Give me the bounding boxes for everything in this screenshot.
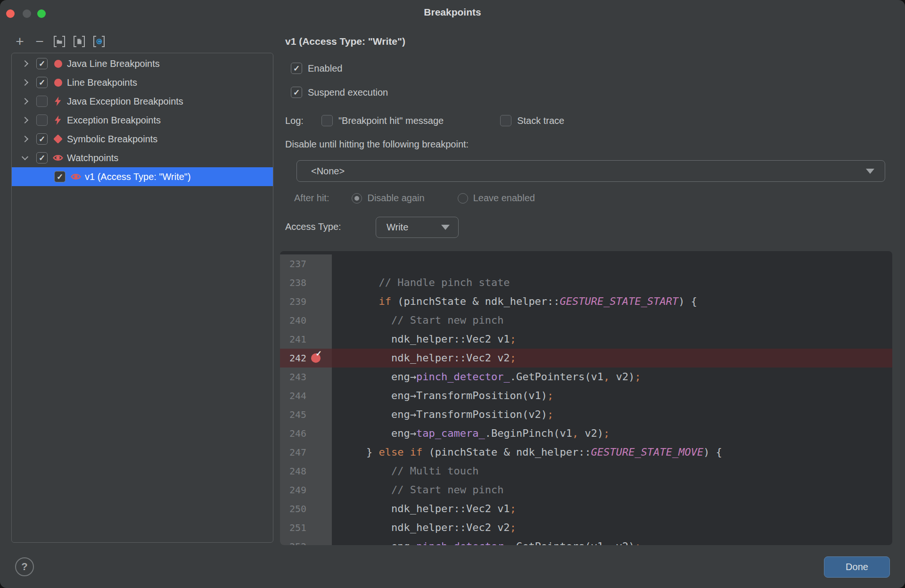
line-number: 247 bbox=[280, 443, 306, 462]
line-number: 238 bbox=[280, 273, 306, 292]
breakpoint-circle-icon bbox=[53, 58, 63, 69]
tree-item-checkbox[interactable] bbox=[36, 77, 48, 88]
tree-item-java-exception-breakpoints[interactable]: Java Exception Breakpoints bbox=[12, 92, 273, 111]
access-type-combobox[interactable]: Write bbox=[376, 217, 459, 238]
breakpoint-hit-message-checkbox[interactable] bbox=[321, 115, 333, 126]
gutter-cell[interactable]: 249 bbox=[280, 481, 332, 499]
after-hit-label: After hit: bbox=[294, 193, 329, 204]
line-number: 244 bbox=[280, 386, 306, 405]
log-row: Log: "Breakpoint hit" message Stack trac… bbox=[285, 115, 564, 126]
log-label: Log: bbox=[285, 115, 304, 126]
disable-until-label: Disable until hitting the following brea… bbox=[285, 139, 469, 150]
gutter-cell[interactable]: 245 bbox=[280, 405, 332, 424]
titlebar: Breakpoints bbox=[0, 0, 905, 26]
enabled-checkbox[interactable] bbox=[291, 63, 302, 74]
line-number: 248 bbox=[280, 462, 306, 481]
tree-item-checkbox[interactable] bbox=[36, 114, 48, 126]
gutter-cell[interactable]: 251 bbox=[280, 518, 332, 537]
gutter-cell[interactable]: 242 bbox=[280, 349, 332, 368]
code-line-250: 250 ndk_helper::Vec2 v1; bbox=[280, 499, 892, 518]
gutter-cell[interactable]: 237 bbox=[280, 254, 332, 273]
chevron-down-icon[interactable] bbox=[19, 156, 31, 159]
stack-trace-checkbox[interactable] bbox=[500, 115, 511, 126]
chevron-down-icon bbox=[441, 225, 450, 230]
verified-watchpoint-icon[interactable] bbox=[311, 353, 321, 363]
group-by-file-button[interactable] bbox=[74, 35, 85, 48]
disable-again-label: Disable again bbox=[367, 193, 424, 204]
suspend-execution-label: Suspend execution bbox=[308, 87, 388, 98]
line-number: 237 bbox=[280, 254, 306, 273]
exception-bolt-icon bbox=[53, 96, 63, 106]
chevron-right-icon[interactable] bbox=[19, 99, 31, 104]
disable-again-radio[interactable] bbox=[352, 193, 362, 204]
tree-item-java-line-breakpoints[interactable]: Java Line Breakpoints bbox=[12, 54, 273, 73]
enabled-row: Enabled bbox=[291, 63, 342, 74]
code-preview-editor[interactable]: 237238 // Handle pinch state239 if (pinc… bbox=[280, 251, 892, 545]
tree-item-checkbox[interactable] bbox=[36, 152, 48, 163]
tree-item-v1-access-type-write[interactable]: v1 (Access Type: "Write") bbox=[12, 167, 273, 186]
tree-item-checkbox[interactable] bbox=[36, 58, 48, 69]
group-by-class-button[interactable] bbox=[93, 35, 105, 48]
access-type-value: Write bbox=[387, 222, 441, 233]
tree-item-checkbox[interactable] bbox=[36, 133, 48, 145]
code-text: eng→pinch_detector_.GetPointers(v1, v2); bbox=[332, 537, 892, 545]
chevron-down-icon bbox=[866, 169, 874, 174]
help-button[interactable]: ? bbox=[15, 557, 34, 576]
line-number: 249 bbox=[280, 481, 306, 499]
gutter-cell[interactable]: 238 bbox=[280, 273, 332, 292]
gutter-cell[interactable]: 239 bbox=[280, 292, 332, 311]
code-text: ndk_helper::Vec2 v1; bbox=[332, 499, 892, 518]
code-text: } else if (pinchState & ndk_helper::GEST… bbox=[332, 443, 892, 462]
line-number: 251 bbox=[280, 518, 306, 537]
gutter-cell[interactable]: 241 bbox=[280, 330, 332, 349]
chevron-right-icon[interactable] bbox=[19, 61, 31, 66]
gutter-cell[interactable]: 247 bbox=[280, 443, 332, 462]
tree-item-label: Symbolic Breakpoints bbox=[67, 134, 157, 145]
breakpoint-tree[interactable]: Java Line BreakpointsLine BreakpointsJav… bbox=[11, 53, 273, 543]
code-text: eng→pinch_detector_.GetPointers(v1, v2); bbox=[332, 368, 892, 386]
question-mark-icon: ? bbox=[21, 561, 27, 573]
plus-icon: + bbox=[16, 35, 24, 48]
suspend-row: Suspend execution bbox=[291, 87, 388, 98]
gutter-cell[interactable]: 244 bbox=[280, 386, 332, 405]
code-line-249: 249 // Start new pinch bbox=[280, 481, 892, 499]
tree-item-exception-breakpoints[interactable]: Exception Breakpoints bbox=[12, 111, 273, 130]
done-button[interactable]: Done bbox=[824, 556, 890, 578]
chevron-right-icon[interactable] bbox=[19, 80, 31, 85]
gutter-cell[interactable]: 248 bbox=[280, 462, 332, 481]
gutter-cell[interactable]: 243 bbox=[280, 368, 332, 386]
add-breakpoint-button[interactable]: + bbox=[14, 35, 25, 48]
watchpoint-eye-icon bbox=[53, 153, 63, 163]
chevron-right-icon[interactable] bbox=[19, 137, 31, 141]
chevron-right-icon[interactable] bbox=[19, 118, 31, 122]
code-line-252: 252 eng→pinch_detector_.GetPointers(v1, … bbox=[280, 537, 892, 545]
gutter-cell[interactable]: 246 bbox=[280, 424, 332, 443]
remove-breakpoint-button[interactable]: − bbox=[34, 35, 45, 48]
code-text: eng→TransformPosition(v2); bbox=[332, 405, 892, 424]
code-line-242: 242 ndk_helper::Vec2 v2; bbox=[280, 349, 892, 368]
group-by-package-button[interactable] bbox=[54, 35, 65, 48]
line-number: 240 bbox=[280, 311, 306, 330]
access-type-label: Access Type: bbox=[285, 221, 341, 232]
code-text: // Start new pinch bbox=[332, 481, 892, 499]
tree-item-symbolic-breakpoints[interactable]: Symbolic Breakpoints bbox=[12, 130, 273, 148]
gutter-cell[interactable]: 250 bbox=[280, 499, 332, 518]
gutter-cell[interactable]: 240 bbox=[280, 311, 332, 330]
disable-until-dropdown[interactable]: <None> bbox=[296, 160, 885, 182]
code-text bbox=[332, 254, 892, 273]
tree-item-label: Java Exception Breakpoints bbox=[67, 96, 183, 107]
code-line-246: 246 eng→tap_camera_.BeginPinch(v1, v2); bbox=[280, 424, 892, 443]
tree-item-watchpoints[interactable]: Watchpoints bbox=[12, 148, 273, 167]
stack-trace-label: Stack trace bbox=[517, 115, 564, 126]
line-number: 243 bbox=[280, 368, 306, 386]
leave-enabled-radio[interactable] bbox=[458, 193, 468, 204]
tree-item-checkbox[interactable] bbox=[54, 171, 66, 182]
code-text: ndk_helper::Vec2 v2; bbox=[332, 349, 892, 368]
tree-item-line-breakpoints[interactable]: Line Breakpoints bbox=[12, 73, 273, 92]
breakpoints-toolbar: + − bbox=[14, 34, 105, 49]
gutter-cell[interactable]: 252 bbox=[280, 537, 332, 545]
code-line-239: 239 if (pinchState & ndk_helper::GESTURE… bbox=[280, 292, 892, 311]
window-title: Breakpoints bbox=[0, 7, 905, 18]
tree-item-checkbox[interactable] bbox=[36, 96, 48, 107]
suspend-execution-checkbox[interactable] bbox=[291, 87, 302, 98]
